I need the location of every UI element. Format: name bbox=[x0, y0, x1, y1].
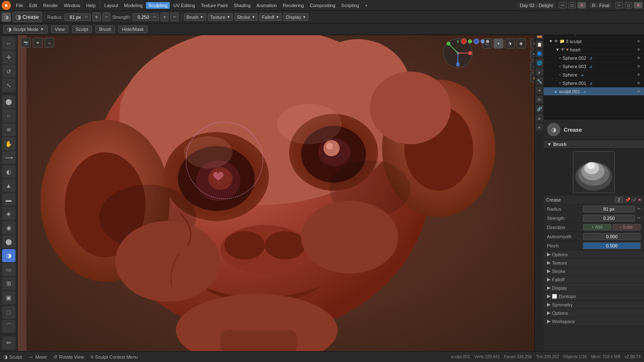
tab-scripting[interactable]: Scripting bbox=[339, 2, 362, 9]
brush-sec-btn[interactable]: Brush bbox=[95, 25, 115, 33]
visibility-4[interactable]: 👁 bbox=[637, 48, 641, 52]
mode-icon[interactable]: ◑ bbox=[2, 13, 11, 22]
brush-selector[interactable]: ◑ Crease bbox=[13, 12, 42, 22]
crease-delete-btn[interactable]: ✕ bbox=[638, 197, 641, 203]
proj-maximize-btn[interactable]: □ bbox=[625, 2, 632, 8]
outliner-item-sculpt[interactable]: ▼ 👁 📁 3 sculpt 👁 bbox=[544, 37, 644, 46]
tab-modeling[interactable]: Modeling bbox=[122, 2, 146, 9]
tab-sculpting[interactable]: Sculpting bbox=[146, 2, 170, 9]
minimize-btn[interactable]: ─ bbox=[559, 2, 567, 8]
radius-sub-btn[interactable]: − bbox=[102, 13, 111, 21]
falloff-section[interactable]: ▶ Falloff bbox=[544, 275, 644, 284]
visibility-6[interactable]: 👁 bbox=[637, 64, 641, 69]
outliner-item-sphere002[interactable]: ○ Sphere.002 ⊿ 👁 bbox=[544, 54, 644, 62]
strength-prop-value[interactable]: 0.250 bbox=[583, 215, 635, 222]
view-btn[interactable]: View bbox=[51, 25, 69, 33]
stroke-section[interactable]: ▶ Stroke bbox=[544, 267, 644, 275]
tool-smooth[interactable]: ≋ bbox=[2, 123, 15, 136]
brush-icon-circle[interactable]: ◑ bbox=[547, 123, 560, 136]
menu-help[interactable]: Help bbox=[84, 2, 98, 9]
strength-control[interactable]: 0.250 ✏ bbox=[133, 13, 159, 21]
tab-texture-paint[interactable]: Texture Paint bbox=[198, 2, 230, 9]
crease-num-input[interactable]: 2 bbox=[615, 197, 623, 203]
menu-file[interactable]: File bbox=[13, 2, 26, 9]
tab-uv-editing[interactable]: UV Editing bbox=[171, 2, 197, 9]
tool-thumb[interactable]: ◐ bbox=[2, 165, 15, 178]
panel-tab-material[interactable]: ● bbox=[536, 123, 543, 131]
tool-pinch[interactable]: ◈ bbox=[2, 207, 15, 220]
menu-window[interactable]: Window bbox=[61, 2, 83, 9]
panel-tab-scene-props[interactable]: 🔵 bbox=[536, 50, 543, 57]
crease-pin-btn[interactable]: 📌 bbox=[625, 197, 631, 203]
tool-flatten[interactable]: ▭ bbox=[2, 263, 15, 276]
tab-compositing[interactable]: Compositing bbox=[307, 2, 338, 9]
panel-tab-view-layer[interactable]: 📋 bbox=[536, 41, 543, 48]
options-section[interactable]: ▶ Options bbox=[544, 250, 644, 259]
workspace-section[interactable]: ▶ Workspace bbox=[544, 317, 644, 326]
visibility-9[interactable]: 👁 bbox=[637, 89, 641, 94]
eye-icon-4[interactable]: 👁 bbox=[561, 47, 565, 52]
strength-add-btn[interactable]: + bbox=[161, 13, 169, 21]
tool-fill[interactable]: ▲ bbox=[2, 179, 15, 192]
menu-edit[interactable]: Edit bbox=[27, 2, 40, 9]
shading-solid-btn[interactable]: ● bbox=[493, 38, 503, 48]
status-sculpt[interactable]: ◑ Sculpt bbox=[3, 354, 22, 360]
crease-reset-btn[interactable]: ↺ bbox=[632, 197, 636, 203]
panel-tab-physics[interactable]: ⚙ bbox=[536, 96, 543, 103]
mode-selector[interactable]: ◑ Sculpt Mode ▼ bbox=[3, 25, 48, 33]
panel-tab-data[interactable]: ▲ bbox=[536, 114, 543, 122]
visibility-3[interactable]: 👁 bbox=[637, 39, 641, 43]
eye-icon-3[interactable]: 👁 bbox=[554, 39, 558, 43]
autosmooth-prop-value[interactable]: 0.000 bbox=[583, 233, 641, 240]
tool-scrape[interactable]: ▬ bbox=[2, 193, 15, 206]
stroke-btn[interactable]: Stroke ▼ bbox=[235, 13, 258, 21]
tab-layout[interactable]: Layout bbox=[102, 2, 121, 9]
tool-annotate[interactable]: ✏ bbox=[2, 337, 15, 349]
outliner-item-sphere003[interactable]: ○ Sphere.003 ⊿ 👁 bbox=[544, 62, 644, 71]
display-btn[interactable]: Display ▼ bbox=[284, 13, 309, 21]
tab-shading[interactable]: Shading bbox=[231, 2, 253, 9]
falloff-btn[interactable]: Falloff ▼ bbox=[259, 13, 282, 21]
brush-btn[interactable]: Brush ▼ bbox=[184, 13, 206, 21]
tool-box-mask[interactable]: □ bbox=[2, 306, 15, 319]
tool-inflate[interactable]: ◉ bbox=[2, 221, 15, 234]
outliner-item-sculpt001[interactable]: ▲ sculpt.001 ⊿ 👁 bbox=[544, 87, 644, 96]
proj-close-btn[interactable]: ✕ bbox=[634, 2, 642, 8]
tab-animation[interactable]: Animation bbox=[254, 2, 279, 9]
viewport-shading-btn[interactable]: ○ bbox=[44, 38, 54, 48]
texture-section[interactable]: ▶ Texture bbox=[544, 259, 644, 267]
viewport-3d[interactable]: 📷 ☀ ○ X Y Z ⊞ � bbox=[18, 35, 544, 351]
status-move[interactable]: ↔ Move bbox=[29, 354, 47, 360]
tool-snake[interactable]: ⟿ bbox=[2, 151, 15, 164]
outliner-item-heart[interactable]: ▼ 👁 ♥ heart 👁 bbox=[544, 46, 644, 54]
hide-mask-btn[interactable]: Hide/Mask bbox=[118, 25, 148, 33]
strength-sub-btn[interactable]: − bbox=[170, 13, 179, 21]
panel-tab-particles[interactable]: ✦ bbox=[536, 87, 543, 94]
radius-prop-value[interactable]: 81 px bbox=[583, 206, 635, 212]
maximize-btn[interactable]: □ bbox=[568, 2, 576, 8]
outliner-item-sphere001[interactable]: ○ Sphere.001 ⊿ 👁 bbox=[544, 79, 644, 87]
tool-transform[interactable]: ↔ bbox=[2, 37, 15, 50]
radius-edit-icon[interactable]: ✏ bbox=[637, 206, 641, 211]
app-icon[interactable]: ● bbox=[2, 1, 11, 10]
panel-tab-modifier[interactable]: 🔧 bbox=[536, 77, 543, 85]
tool-scale[interactable]: ⤡ bbox=[2, 79, 15, 92]
outliner-item-sphere[interactable]: ○ Sphere ⊿ 👁 bbox=[544, 71, 644, 79]
visibility-5[interactable]: 👁 bbox=[637, 56, 641, 60]
brush-preview[interactable] bbox=[573, 151, 615, 193]
display-section[interactable]: ▶ Display bbox=[544, 284, 644, 292]
visibility-8[interactable]: 👁 bbox=[637, 81, 641, 85]
status-rotate[interactable]: ↺ Rotate View bbox=[53, 354, 84, 360]
shading-material-btn[interactable]: ◑ bbox=[505, 38, 515, 48]
panel-tab-world[interactable]: 🌐 bbox=[536, 59, 543, 66]
direction-sub-btn[interactable]: − Subtr. bbox=[613, 224, 641, 230]
tool-draw[interactable]: ⬤ bbox=[2, 95, 15, 108]
strength-edit-icon[interactable]: ✏ bbox=[637, 216, 641, 220]
tool-grab[interactable]: ✋ bbox=[2, 137, 15, 150]
options2-section[interactable]: ▶ Options bbox=[544, 309, 644, 317]
panel-tab-object[interactable]: ▲ bbox=[536, 68, 543, 76]
sculpt-btn[interactable]: Sculpt bbox=[72, 25, 92, 33]
tab-add[interactable]: + bbox=[363, 2, 370, 9]
tool-rotate[interactable]: ↺ bbox=[2, 65, 15, 78]
tool-lasso-mask[interactable]: ⌒ bbox=[2, 320, 15, 333]
